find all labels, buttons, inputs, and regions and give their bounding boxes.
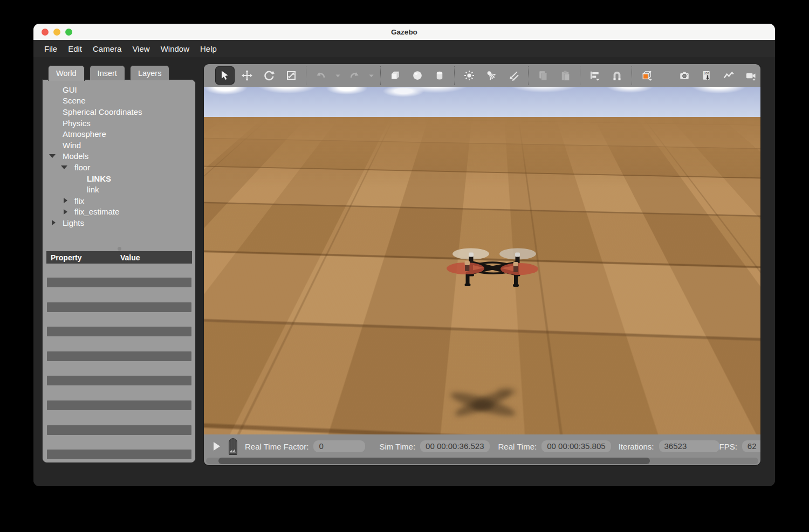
tab-layers[interactable]: Layers — [130, 65, 170, 80]
log-record-icon: LOG — [701, 70, 712, 81]
sim-time-field: Sim Time:00 00:00:36.523 — [379, 440, 489, 452]
tree-item-models[interactable]: Models — [43, 151, 193, 162]
steps-icon — [229, 447, 237, 453]
log-record-button[interactable]: LOG — [697, 66, 716, 85]
property-row-empty — [47, 400, 191, 410]
snap-button[interactable] — [607, 66, 627, 85]
tree-item-label: floor — [74, 163, 90, 172]
cylinder-icon — [434, 70, 445, 81]
video-record-icon — [745, 70, 756, 81]
plot-icon — [723, 70, 734, 81]
tree-item-spherical-coordinates[interactable]: Spherical Coordinates — [43, 106, 193, 118]
select-button[interactable] — [215, 66, 235, 85]
property-row-empty — [47, 351, 191, 361]
align-button[interactable] — [585, 66, 605, 85]
tab-world[interactable]: World — [48, 65, 85, 81]
tree-item-links-header[interactable]: LINKS — [43, 173, 193, 184]
window-title: Gazebo — [33, 28, 775, 36]
viewport-hscrollbar[interactable] — [206, 458, 758, 464]
toolbar-group — [632, 66, 661, 85]
menu-file[interactable]: File — [39, 44, 63, 53]
drone-shadow — [472, 401, 493, 411]
tree-item-label: Atmosphere — [63, 129, 106, 139]
menu-window[interactable]: Window — [155, 44, 195, 53]
tree-item-label: GUI — [63, 85, 77, 94]
toolbar-group — [528, 66, 580, 85]
viewport-3d[interactable] — [204, 87, 760, 434]
real-time-factor-value: 0 — [313, 440, 365, 452]
tree-item-floor[interactable]: floor — [43, 162, 193, 173]
menu-help[interactable]: Help — [195, 44, 222, 53]
insert-sphere-button[interactable] — [408, 66, 427, 85]
chevron-small-icon — [368, 73, 374, 79]
menu-edit[interactable]: Edit — [63, 44, 87, 53]
undo-button[interactable] — [311, 66, 331, 85]
insert-cylinder-button[interactable] — [430, 66, 449, 85]
tree-item-flix_estimate[interactable]: flix_estimate — [43, 206, 193, 218]
drone-model[interactable] — [433, 238, 554, 300]
spot-light-icon — [486, 70, 497, 81]
expand-arrow-icon[interactable] — [52, 220, 56, 225]
paste-button[interactable] — [556, 66, 575, 85]
collapse-arrow-icon[interactable] — [61, 165, 67, 169]
video-record-button[interactable] — [741, 66, 760, 85]
drone-shadow — [497, 388, 516, 396]
toolbar-group — [454, 66, 528, 85]
directional-light-button[interactable] — [504, 66, 523, 85]
view-angle-button[interactable] — [637, 66, 656, 85]
spot-light-button[interactable] — [482, 66, 501, 85]
fps-value: 62 — [742, 440, 760, 452]
tree-item-lights[interactable]: Lights — [43, 217, 193, 229]
chevron-small-icon — [335, 73, 341, 79]
sphere-icon — [412, 70, 423, 81]
real-time-field: Real Time:00 00:00:35.805 — [498, 440, 611, 452]
real-time-value: 00 00:00:35.805 — [541, 440, 611, 452]
svg-text:LOG: LOG — [704, 72, 709, 75]
tree-item-physics[interactable]: Physics — [43, 118, 193, 129]
iterations-label: Iterations: — [619, 442, 654, 451]
toolbar-group: LOG — [670, 66, 760, 85]
tree-item-wind[interactable]: Wind — [43, 140, 193, 151]
tree-item-link[interactable]: link — [43, 184, 193, 195]
translate-button[interactable] — [237, 66, 257, 85]
tab-insert[interactable]: Insert — [90, 65, 125, 80]
point-light-button[interactable] — [460, 66, 479, 85]
paste-icon — [560, 70, 571, 81]
expand-arrow-icon[interactable] — [64, 198, 67, 203]
fps-label: FPS: — [719, 442, 737, 451]
play-button[interactable] — [214, 442, 220, 451]
panel-tabs: WorldInsertLayers — [48, 65, 169, 80]
tree-item-atmosphere[interactable]: Atmosphere — [43, 128, 193, 140]
collapse-arrow-icon[interactable] — [49, 154, 56, 158]
copy-button[interactable] — [533, 66, 553, 85]
rotate-button[interactable] — [259, 66, 279, 85]
tree-item-label: link — [87, 185, 99, 194]
undo-history-button[interactable] — [333, 66, 342, 85]
plot-button[interactable] — [719, 66, 738, 85]
tree-item-flix[interactable]: flix — [43, 195, 193, 206]
sim-time-value: 00 00:00:36.523 — [420, 440, 489, 452]
property-table-header: Property Value — [46, 251, 192, 264]
rotate-icon — [264, 70, 275, 81]
redo-button[interactable] — [345, 66, 364, 85]
value-column-header: Value — [120, 253, 140, 262]
screenshot-button[interactable] — [675, 66, 694, 85]
splitter-handle[interactable] — [118, 247, 121, 251]
toolbar: LOG — [204, 64, 760, 87]
menu-camera[interactable]: Camera — [87, 44, 127, 53]
insert-box-button[interactable] — [386, 66, 405, 85]
tree-item-scene[interactable]: Scene — [43, 95, 193, 107]
translate-icon — [242, 70, 252, 81]
tree-item-gui[interactable]: GUI — [43, 84, 193, 95]
scale-button[interactable] — [282, 66, 301, 85]
property-column-header: Property — [46, 253, 82, 262]
expand-arrow-icon[interactable] — [64, 209, 67, 215]
hscrollbar-handle[interactable] — [218, 458, 650, 464]
tree-item-label: LINKS — [87, 174, 111, 183]
step-button[interactable] — [229, 438, 237, 455]
property-rows — [47, 278, 191, 474]
tree-item-label: Wind — [63, 141, 81, 150]
panel-body: GUISceneSpherical CoordinatesPhysicsAtmo… — [42, 79, 196, 463]
redo-history-button[interactable] — [367, 66, 375, 85]
menu-view[interactable]: View — [127, 44, 155, 53]
